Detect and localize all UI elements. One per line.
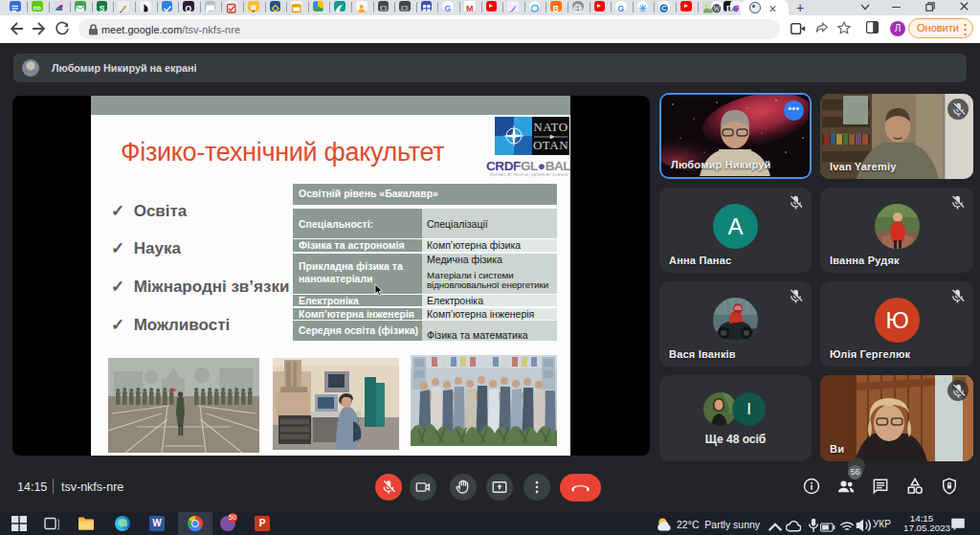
svg-text:Q: Q <box>186 4 192 13</box>
svg-text:C: C <box>662 5 667 11</box>
svg-text:G: G <box>617 4 624 13</box>
svg-text:W: W <box>713 5 721 13</box>
svg-text:S: S <box>100 4 105 13</box>
svg-text:G: G <box>445 4 452 13</box>
svg-text:M: M <box>466 4 474 13</box>
svg-text:B: B <box>553 4 559 13</box>
